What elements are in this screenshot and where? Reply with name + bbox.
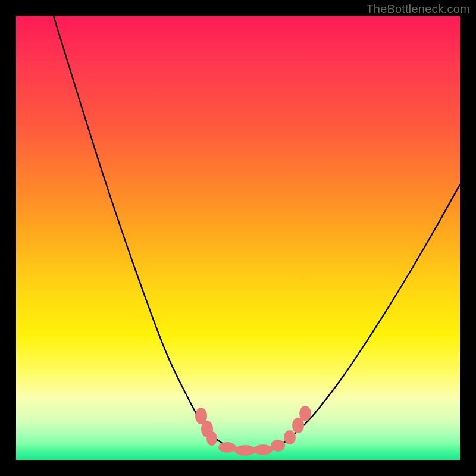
- bottleneck-curve: [54, 16, 460, 452]
- watermark-text: TheBottleneck.com: [366, 2, 470, 16]
- marker-dot: [206, 431, 217, 446]
- curve-markers: [195, 406, 311, 456]
- plot-area: [16, 16, 460, 460]
- chart-frame: TheBottleneck.com: [0, 0, 476, 476]
- marker-dot: [234, 445, 256, 456]
- marker-dot: [271, 440, 285, 452]
- marker-dot: [284, 430, 296, 444]
- marker-dot: [299, 406, 311, 421]
- marker-dot: [253, 444, 273, 455]
- marker-dot: [218, 442, 236, 453]
- curve-layer: [16, 16, 460, 460]
